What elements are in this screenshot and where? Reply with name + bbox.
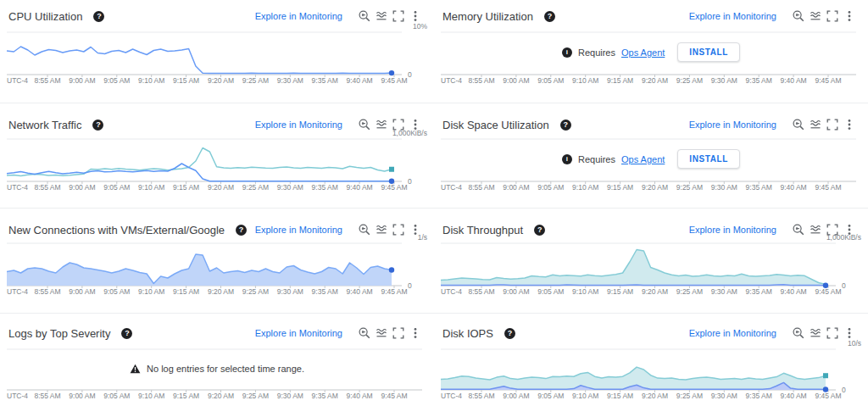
fullscreen-icon[interactable] [390,221,407,238]
x-tick-label: 9:20 AM [642,183,668,192]
zoom-reset-icon[interactable] [356,221,373,238]
more-options-icon[interactable] [407,325,424,342]
x-tick-label: 9:30 AM [711,287,737,296]
chart-options-icon[interactable] [807,325,824,342]
explore-in-monitoring-link[interactable]: Explore in Monitoring [689,328,776,338]
ops-agent-link[interactable]: Ops Agent [621,47,665,58]
zoom-reset-icon[interactable] [790,8,807,25]
more-options-icon[interactable] [407,8,424,25]
x-tick-label: 9:45 AM [815,392,841,400]
help-icon[interactable]: ? [560,120,571,131]
more-options-icon[interactable] [841,8,858,25]
x-tick-label: 9:40 AM [781,183,807,192]
x-tick-label: 9:15 AM [607,287,633,296]
x-tick-label: 9:35 AM [746,392,772,400]
help-icon[interactable]: ? [92,120,103,131]
install-button[interactable]: INSTALL [677,42,740,62]
more-options-icon[interactable] [407,221,424,238]
panel-memory-utilization: Memory Utilization ? Explore in Monitori… [434,0,868,103]
x-tick-label: 9:15 AM [173,392,199,400]
timezone-label: UTC-4 [7,183,28,192]
zoom-reset-icon[interactable] [356,325,373,342]
x-tick-label: 9:10 AM [138,183,164,192]
x-tick-label: 9:20 AM [642,287,668,296]
explore-in-monitoring-link[interactable]: Explore in Monitoring [689,225,776,235]
explore-in-monitoring-link[interactable]: Explore in Monitoring [255,11,342,21]
panel-header: Logs by Top Severity ? Explore in Monito… [0,314,434,342]
explore-in-monitoring-link[interactable]: Explore in Monitoring [689,11,776,21]
timezone-label: UTC-4 [441,76,462,85]
x-tick-label: 9:25 AM [676,287,703,296]
x-tick-label: 9:15 AM [607,183,633,192]
more-options-icon[interactable] [841,325,858,342]
fullscreen-icon[interactable] [824,8,841,25]
x-tick-label: 9:20 AM [642,76,668,85]
chart-options-icon[interactable] [373,325,390,342]
x-tick-label: 8:55 AM [468,287,494,296]
zoom-reset-icon[interactable] [356,116,373,133]
y-zero-label: 0 [842,386,846,394]
x-tick-label: 9:45 AM [815,76,841,85]
y-zero-label: 0 [408,177,412,186]
timezone-label: UTC-4 [7,76,28,85]
x-tick-label: 9:00 AM [503,183,529,192]
help-icon[interactable]: ? [534,225,545,236]
explore-in-monitoring-link[interactable]: Explore in Monitoring [255,120,342,130]
panel-title: Disk IOPS [442,327,493,340]
x-tick-label: 9:35 AM [312,183,338,192]
fullscreen-icon[interactable] [390,116,407,133]
help-icon[interactable]: ? [93,11,104,22]
help-icon[interactable]: ? [236,225,247,236]
y-zero-label: 0 [842,281,846,290]
help-icon[interactable]: ? [544,11,555,22]
x-tick-label: 9:30 AM [711,183,737,192]
zoom-reset-icon[interactable] [356,8,373,25]
x-tick-label: 9:40 AM [781,76,807,85]
panel-new-connections-with-vms-external-google: New Connections with VMs/External/Google… [0,209,434,314]
panel-header: Disk Space Utilization ? Explore in Moni… [434,103,868,133]
x-tick-label: 8:55 AM [468,76,494,85]
fullscreen-icon[interactable] [824,325,841,342]
zoom-reset-icon[interactable] [790,116,807,133]
panel-header: CPU Utilization ? Explore in Monitoring [0,0,434,25]
chart-options-icon[interactable] [373,8,390,25]
install-button[interactable]: INSTALL [677,149,740,169]
ops-agent-link[interactable]: Ops Agent [621,154,665,164]
more-options-icon[interactable] [841,221,858,238]
explore-in-monitoring-link[interactable]: Explore in Monitoring [255,225,342,235]
chart-options-icon[interactable] [807,116,824,133]
x-tick-label: 9:40 AM [347,287,373,296]
x-tick-label: 9:25 AM [676,76,703,85]
explore-in-monitoring-link[interactable]: Explore in Monitoring [689,120,776,130]
ops-agent-required-message: i Requires Ops Agent INSTALL [434,149,868,169]
x-tick-label: 9:20 AM [642,392,668,400]
no-logs-message: No log entries for selected time range. [0,364,434,374]
x-tick-label: 9:00 AM [69,183,95,192]
x-tick-label: 9:40 AM [347,183,373,192]
x-tick-label: 9:35 AM [746,183,772,192]
help-icon[interactable]: ? [121,328,132,339]
x-tick-label: 9:15 AM [607,76,633,85]
requires-text: Requires [578,47,615,58]
fullscreen-icon[interactable] [824,221,841,238]
zoom-reset-icon[interactable] [790,325,807,342]
chart-options-icon[interactable] [373,221,390,238]
chart-options-icon[interactable] [807,221,824,238]
x-tick-label: 9:05 AM [103,76,130,85]
info-icon: i [562,47,572,58]
chart-options-icon[interactable] [807,8,824,25]
fullscreen-icon[interactable] [824,116,841,133]
fullscreen-icon[interactable] [390,325,407,342]
explore-in-monitoring-link[interactable]: Explore in Monitoring [255,328,342,338]
x-tick-label: 9:40 AM [347,76,373,85]
more-options-icon[interactable] [841,116,858,133]
fullscreen-icon[interactable] [390,8,407,25]
x-tick-label: 9:20 AM [208,183,234,192]
more-options-icon[interactable] [407,116,424,133]
help-icon[interactable]: ? [504,328,515,339]
zoom-reset-icon[interactable] [790,221,807,238]
x-tick-label: 9:05 AM [103,287,130,296]
chart-options-icon[interactable] [373,116,390,133]
panel-title: Disk Space Utilization [442,119,549,131]
panel-network-traffic: Network Traffic ? Explore in Monitoring [0,103,434,209]
